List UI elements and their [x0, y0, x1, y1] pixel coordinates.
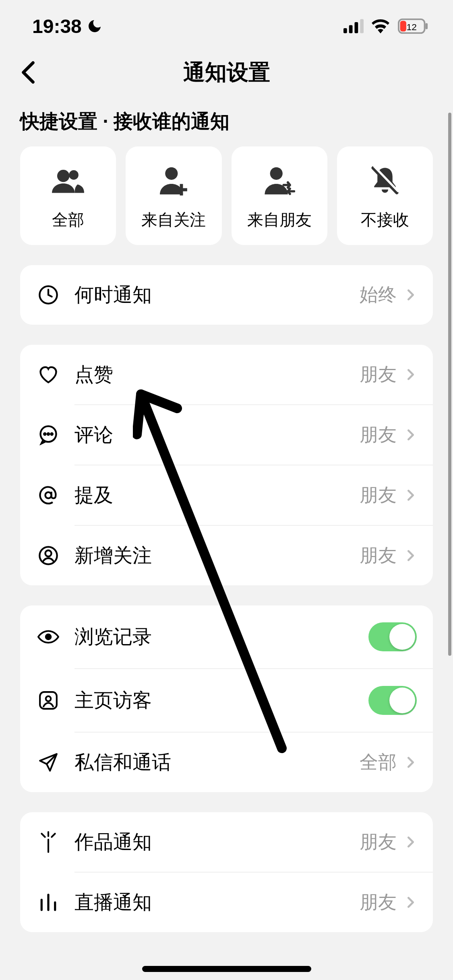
row-label: 提及: [74, 482, 360, 508]
svg-line-29: [41, 834, 45, 837]
wifi-icon: [371, 19, 390, 33]
chevron-right-icon: [405, 550, 417, 562]
svg-point-24: [46, 634, 51, 639]
quick-label: 不接收: [361, 209, 409, 231]
svg-rect-6: [400, 21, 406, 32]
row-value: 全部: [360, 750, 397, 775]
home-indicator[interactable]: [142, 966, 311, 972]
back-button[interactable]: [16, 60, 40, 84]
chevron-right-icon: [405, 369, 417, 381]
svg-rect-0: [343, 28, 347, 33]
svg-point-21: [45, 492, 51, 498]
bell-off-icon: [369, 165, 401, 197]
bars-icon: [36, 890, 60, 914]
row-label: 评论: [74, 422, 360, 448]
row-history[interactable]: 浏览记录: [20, 605, 433, 668]
svg-rect-3: [360, 19, 364, 33]
at-icon: [36, 483, 60, 507]
row-comment[interactable]: 评论 朋友: [20, 405, 433, 465]
row-label: 新增关注: [74, 543, 360, 568]
row-label: 点赞: [74, 362, 360, 387]
row-dm[interactable]: 私信和通话 全部: [20, 733, 433, 792]
person-swap-icon: [263, 165, 296, 197]
quick-label: 来自关注: [141, 209, 206, 231]
quick-friends[interactable]: 来自朋友: [232, 146, 327, 245]
chevron-right-icon: [405, 489, 417, 501]
clock-icon: [36, 283, 60, 307]
svg-rect-2: [355, 22, 358, 33]
quick-all[interactable]: 全部: [20, 146, 116, 245]
svg-point-19: [48, 433, 49, 435]
person-plus-icon: [157, 165, 190, 197]
row-label: 作品通知: [74, 829, 360, 855]
content-card: 作品通知 朋友 直播通知 朋友: [20, 812, 433, 932]
svg-point-26: [46, 696, 51, 702]
row-value: 朋友: [360, 483, 397, 508]
row-value: 始终: [360, 282, 397, 307]
activity-card: 浏览记录 主页访客 私信和通话 全部: [20, 605, 433, 792]
chevron-right-icon: [405, 756, 417, 768]
sparkle-icon: [36, 830, 60, 854]
battery-icon: 12: [397, 19, 429, 34]
svg-rect-1: [349, 25, 353, 33]
eye-icon: [36, 625, 60, 649]
svg-point-18: [44, 433, 46, 435]
row-label: 直播通知: [74, 889, 360, 915]
chevron-left-icon: [21, 60, 35, 84]
header: 通知设置: [0, 44, 453, 97]
status-time: 19:38: [32, 15, 82, 37]
row-visitor[interactable]: 主页访客: [20, 669, 433, 732]
quick-filter-row: 全部 来自关注 来自朋友 不接收: [0, 146, 453, 245]
people-icon: [52, 165, 84, 197]
signal-icon: [343, 19, 364, 33]
chevron-right-icon: [405, 836, 417, 848]
toggle-history[interactable]: [368, 622, 417, 651]
row-works[interactable]: 作品通知 朋友: [20, 812, 433, 872]
when-card: 何时通知 始终: [20, 265, 433, 325]
send-icon: [36, 750, 60, 774]
row-mention[interactable]: 提及 朋友: [20, 465, 433, 525]
quick-following[interactable]: 来自关注: [126, 146, 221, 245]
person-circle-icon: [36, 544, 60, 568]
svg-point-20: [51, 433, 53, 435]
heart-icon: [36, 362, 60, 387]
scroll-indicator[interactable]: [448, 113, 451, 656]
toggle-visitor[interactable]: [368, 686, 417, 715]
svg-text:12: 12: [407, 22, 417, 32]
moon-icon: [87, 18, 103, 34]
svg-point-13: [270, 167, 282, 179]
svg-point-10: [165, 167, 178, 179]
profile-square-icon: [36, 688, 60, 712]
comment-icon: [36, 423, 60, 447]
row-value: 朋友: [360, 890, 397, 915]
row-follow[interactable]: 新增关注 朋友: [20, 526, 433, 585]
quick-label: 来自朋友: [247, 209, 312, 231]
chevron-right-icon: [405, 896, 417, 908]
row-value: 朋友: [360, 362, 397, 387]
row-value: 朋友: [360, 830, 397, 854]
row-live[interactable]: 直播通知 朋友: [20, 873, 433, 932]
quick-none[interactable]: 不接收: [337, 146, 433, 245]
svg-point-8: [57, 170, 70, 182]
row-value: 朋友: [360, 543, 397, 568]
row-like[interactable]: 点赞 朋友: [20, 345, 433, 404]
row-label: 浏览记录: [74, 624, 368, 650]
row-label: 私信和通话: [74, 749, 360, 775]
svg-rect-12: [176, 188, 188, 191]
interactions-card: 点赞 朋友 评论 朋友 提及 朋友 新增关注 朋友: [20, 345, 433, 585]
chevron-right-icon: [405, 429, 417, 441]
page-title: 通知设置: [183, 58, 270, 87]
row-label: 主页访客: [74, 688, 368, 713]
row-value: 朋友: [360, 422, 397, 447]
svg-line-30: [52, 834, 55, 837]
status-bar: 19:38 12: [0, 0, 453, 44]
svg-rect-5: [425, 23, 428, 29]
section-label: 快捷设置 · 接收谁的通知: [0, 97, 453, 146]
row-when[interactable]: 何时通知 始终: [20, 265, 433, 325]
svg-point-23: [45, 550, 51, 556]
chevron-right-icon: [405, 289, 417, 301]
quick-label: 全部: [52, 209, 84, 231]
row-label: 何时通知: [74, 282, 360, 308]
svg-point-9: [69, 170, 79, 180]
